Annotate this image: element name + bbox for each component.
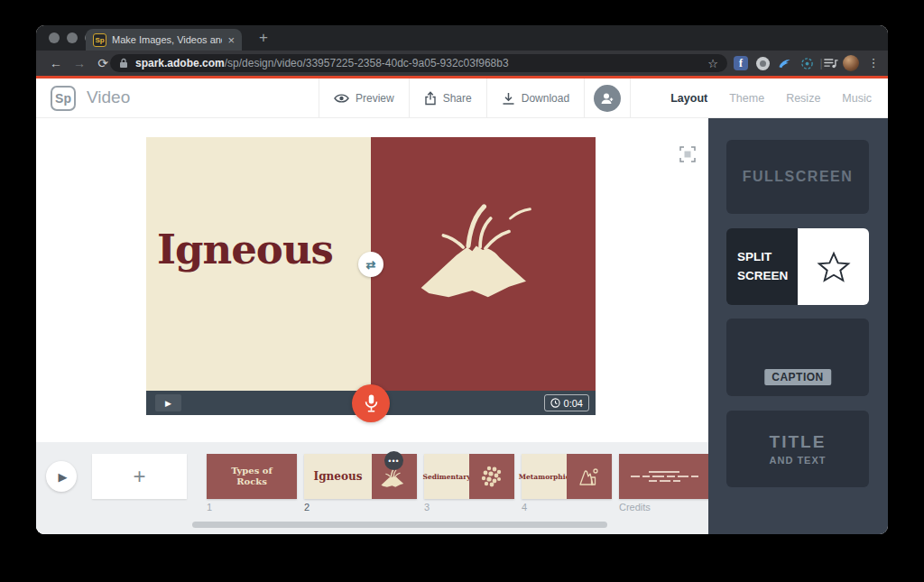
tab-close-icon[interactable]: × [227, 33, 235, 47]
slide-title[interactable]: Igneous [157, 226, 333, 273]
thumbnail-title: Types of Rocks [231, 466, 273, 488]
bird-extension-icon[interactable] [776, 55, 792, 71]
rocks-icon [478, 463, 505, 490]
ellipsis-icon: ••• [388, 457, 399, 466]
tab-layout[interactable]: Layout [670, 92, 707, 105]
duration-value: 0:04 [564, 398, 583, 409]
split-screen-label: SPLITSCREEN [726, 228, 798, 305]
new-tab-button[interactable]: + [253, 27, 274, 49]
share-button[interactable]: Share [409, 79, 486, 118]
star-icon [817, 250, 851, 284]
swap-layout-button[interactable]: ⇄ [358, 252, 383, 277]
url-path: /sp/design/video/33957225-2358-40dc-9a05… [225, 57, 509, 69]
slide-number: Credits [619, 502, 651, 513]
add-person-icon [594, 85, 621, 112]
title-label: TITLE [770, 432, 827, 452]
thumbnail-slide-4[interactable]: Metamorphic [522, 454, 612, 499]
thumbnail-title: Metamorphic [519, 473, 569, 481]
url-domain: spark.adobe.com [135, 57, 225, 69]
panel-tabs: Layout Theme Resize Music [670, 79, 872, 118]
fullscreen-label: FULLSCREEN [743, 169, 854, 185]
share-icon [424, 91, 437, 106]
thumbnail-slide-2-selected[interactable]: Igneous ••• [304, 454, 417, 499]
metamorphic-icon [577, 464, 602, 489]
slide-options-button[interactable]: ••• [384, 451, 403, 470]
slide-image-half[interactable]: LOGO [371, 137, 596, 391]
slide-filmstrip: ▶ + Types of Rocks 1 Ig [36, 442, 708, 534]
download-icon [502, 92, 515, 106]
slide-number: 2 [304, 502, 310, 513]
close-window-button[interactable] [49, 32, 60, 43]
browser-url-bar: ← → ⟳ spark.adobe.com/sp/design/video/33… [36, 51, 888, 76]
slide-number: 3 [424, 502, 430, 513]
plus-icon: + [133, 464, 145, 489]
gray-extension-icon[interactable] [754, 55, 771, 71]
slide-text-half[interactable]: Igneous [146, 137, 371, 391]
preview-button[interactable]: Preview [319, 79, 409, 118]
address-bar[interactable]: spark.adobe.com/sp/design/video/33957225… [110, 54, 727, 72]
layout-panel: FULLSCREEN SPLITSCREEN CAPTION [708, 118, 888, 534]
browser-menu-icon[interactable]: ⋮ [864, 51, 882, 76]
back-icon[interactable]: ← [47, 51, 65, 76]
play-button[interactable]: ▶ [155, 394, 181, 411]
slide-number: 1 [207, 502, 212, 513]
credits-text-lines [619, 471, 708, 482]
lock-icon [119, 58, 128, 69]
app-title: Video [87, 88, 130, 107]
caption-label: CAPTION [764, 369, 831, 385]
reload-icon[interactable]: ⟳ [94, 51, 112, 76]
tab-resize[interactable]: Resize [786, 92, 820, 105]
download-button[interactable]: Download [486, 79, 584, 118]
microphone-icon [363, 393, 380, 413]
play-icon: ▶ [59, 470, 68, 484]
split-screen-preview [798, 228, 869, 305]
tab-theme[interactable]: Theme [729, 92, 764, 105]
canvas-area: Igneous [36, 118, 708, 534]
share-label: Share [443, 92, 472, 105]
tab-music[interactable]: Music [842, 92, 872, 105]
thumbnail-title: Igneous [314, 470, 363, 483]
facebook-extension-icon[interactable]: f [733, 55, 749, 71]
forward-icon[interactable]: → [70, 51, 88, 76]
minimize-window-button[interactable] [67, 32, 78, 43]
thumbnail-title: Sedimentary [422, 473, 470, 481]
browser-tab-bar: Sp Make Images, Videos and Web S × + [36, 25, 888, 51]
thumbnail-slide-3[interactable]: Sedimentary [424, 454, 514, 499]
browser-profile-avatar[interactable] [843, 55, 859, 71]
layout-option-split-screen[interactable]: SPLITSCREEN [726, 228, 869, 305]
app-toolbar: Sp Video Preview Share Download [36, 79, 888, 118]
slide-preview: Igneous [146, 137, 596, 415]
preview-all-button[interactable]: ▶ [46, 461, 77, 492]
layout-option-title-and-text[interactable]: TITLE AND TEXT [726, 411, 869, 487]
volcano-icon [411, 193, 555, 301]
record-voice-button[interactable] [352, 384, 390, 422]
play-icon: ▶ [165, 399, 171, 408]
eye-icon [334, 93, 349, 104]
url-text: spark.adobe.com/sp/design/video/33957225… [135, 57, 509, 69]
thumbnail-slide-1[interactable]: Types of Rocks [207, 454, 297, 499]
content-area: Igneous [36, 118, 888, 534]
layout-option-caption[interactable]: CAPTION [726, 319, 869, 396]
download-label: Download [522, 92, 569, 105]
desktop-background: Sp Make Images, Videos and Web S × + ← →… [0, 0, 924, 582]
collaborate-button[interactable] [584, 79, 631, 118]
bookmark-star-icon[interactable]: ☆ [707, 57, 718, 70]
thumbnail-slide-credits[interactable] [619, 454, 708, 499]
browser-tab[interactable]: Sp Make Images, Videos and Web S × [86, 29, 242, 51]
duration-button[interactable]: 0:04 [544, 394, 589, 411]
spark-favicon-icon: Sp [93, 33, 106, 47]
queue-music-icon[interactable] [823, 55, 839, 71]
browser-window: Sp Make Images, Videos and Web S × + ← →… [36, 25, 888, 534]
add-slide-button[interactable]: + [92, 454, 187, 499]
preview-label: Preview [356, 92, 394, 105]
title-sub-label: AND TEXT [770, 455, 827, 466]
fullscreen-expand-icon[interactable] [679, 146, 696, 162]
layout-option-fullscreen[interactable]: FULLSCREEN [726, 140, 869, 214]
swap-icon: ⇄ [366, 258, 376, 272]
tab-title: Make Images, Videos and Web S [112, 34, 222, 45]
clock-icon [550, 398, 560, 408]
filmstrip-scrollbar[interactable] [192, 522, 607, 528]
slide-number: 4 [522, 502, 527, 513]
toolbar-actions: Preview Share Download [319, 79, 631, 118]
spark-logo[interactable]: Sp [51, 86, 76, 111]
